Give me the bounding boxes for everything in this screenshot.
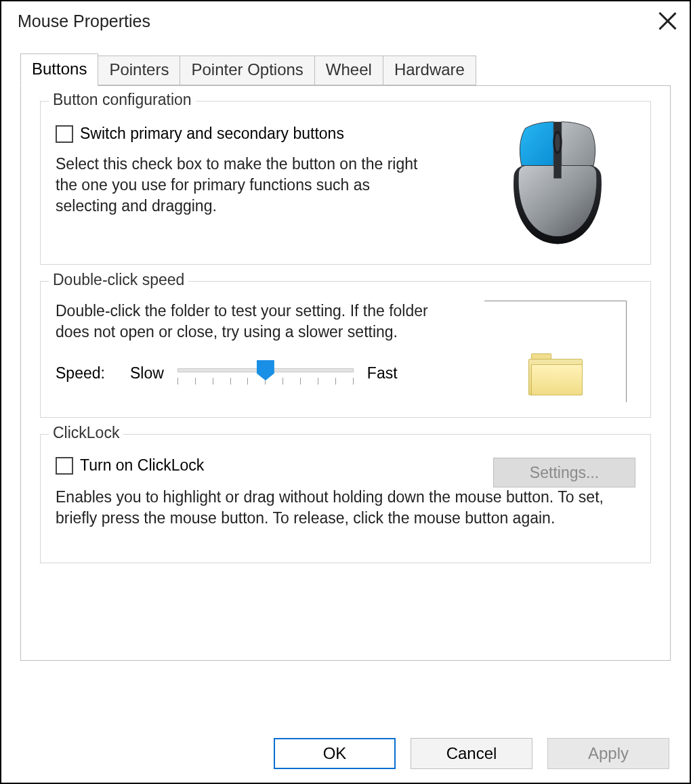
group-clicklock: ClickLock Settings... Turn on ClickLock …	[40, 434, 651, 563]
double-click-speed-slider[interactable]	[177, 357, 354, 389]
folder-icon	[528, 353, 583, 395]
dialog-footer: OK Cancel Apply	[274, 738, 669, 769]
turn-on-clicklock-checkbox[interactable]	[56, 457, 73, 475]
tab-hardware[interactable]: Hardware	[383, 56, 476, 85]
double-click-description: Double-click the folder to test your set…	[56, 301, 435, 343]
double-click-test-folder[interactable]	[484, 301, 627, 402]
ok-button[interactable]: OK	[274, 738, 396, 769]
mouse-icon	[497, 121, 619, 249]
cancel-button[interactable]: Cancel	[411, 738, 532, 769]
apply-button: Apply	[547, 738, 669, 769]
speed-label: Speed:	[56, 364, 117, 383]
tab-pointer-options[interactable]: Pointer Options	[180, 56, 314, 85]
group-legend: ClickLock	[49, 424, 123, 442]
group-button-configuration: Button configuration Switch primary and …	[40, 101, 651, 265]
titlebar: Mouse Properties	[1, 1, 690, 38]
switch-primary-secondary-checkbox[interactable]	[56, 125, 73, 143]
window-title: Mouse Properties	[18, 12, 150, 31]
clicklock-description: Enables you to highlight or drag without…	[56, 487, 635, 529]
clicklock-settings-button: Settings...	[493, 458, 635, 487]
tab-wheel[interactable]: Wheel	[314, 56, 383, 85]
tabstrip: Buttons Pointers Pointer Options Wheel H…	[20, 53, 671, 85]
tab-pointers[interactable]: Pointers	[98, 56, 180, 85]
group-double-click-speed: Double-click speed Double-click the fold…	[40, 281, 651, 418]
group-legend: Button configuration	[49, 91, 196, 109]
close-icon[interactable]	[657, 11, 677, 31]
turn-on-clicklock-label: Turn on ClickLock	[80, 456, 204, 475]
slow-label: Slow	[130, 364, 164, 383]
fast-label: Fast	[367, 364, 398, 383]
svg-point-2	[555, 133, 560, 152]
group-legend: Double-click speed	[49, 271, 188, 289]
switch-primary-secondary-label: Switch primary and secondary buttons	[80, 125, 344, 143]
tab-buttons[interactable]: Buttons	[20, 53, 98, 86]
button-config-description: Select this check box to make the button…	[56, 154, 435, 217]
tab-panel-buttons: Button configuration Switch primary and …	[20, 85, 671, 661]
mouse-properties-dialog: Mouse Properties Buttons Pointers Pointe…	[0, 0, 691, 784]
